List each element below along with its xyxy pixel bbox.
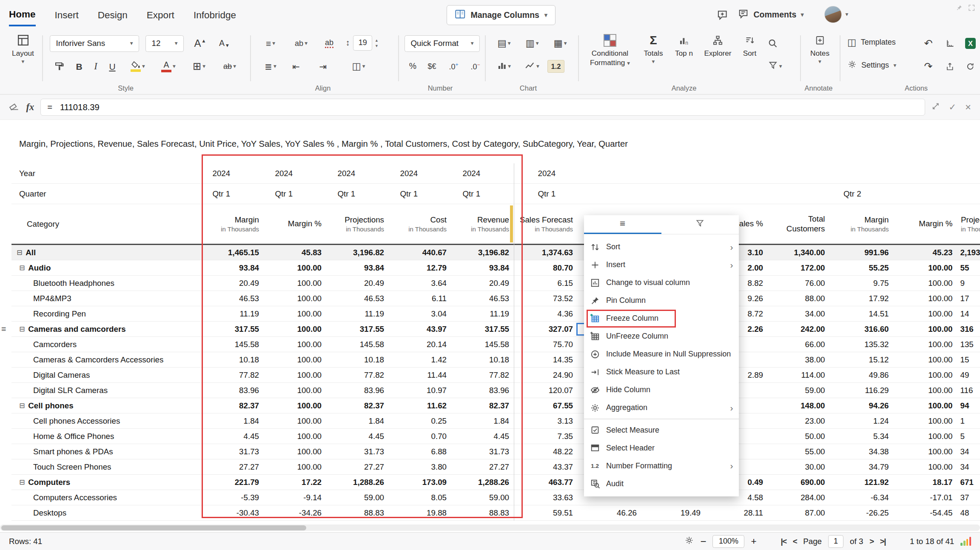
table-cell[interactable]: 116.29: [829, 386, 893, 395]
quarter-cell[interactable]: Qtr 1: [451, 189, 514, 199]
row-label[interactable]: Smart phones & PDAs: [11, 447, 201, 456]
table-cell[interactable]: 83.96: [326, 386, 389, 395]
table-cell[interactable]: 317.55: [326, 325, 389, 334]
settings-button[interactable]: Settings▾: [847, 60, 896, 71]
year-cell[interactable]: 2024: [326, 169, 389, 178]
table-cell[interactable]: 100.00: [264, 325, 326, 334]
refresh-button[interactable]: [961, 58, 980, 75]
table-cell[interactable]: 34.79: [829, 462, 893, 472]
table-cell[interactable]: 284.00: [768, 493, 830, 502]
table-cell[interactable]: 100.00: [893, 309, 957, 319]
table-cell[interactable]: -34.26: [264, 508, 326, 518]
borders-button[interactable]: ⊞▾: [186, 58, 212, 75]
year-cell[interactable]: 2024: [201, 169, 264, 178]
tab-design[interactable]: Design: [98, 3, 128, 26]
table-cell[interactable]: 38.00: [768, 355, 830, 365]
collapse-icon[interactable]: ⊟: [19, 402, 25, 410]
table-cell[interactable]: 6.15: [514, 279, 578, 288]
table-cell[interactable]: 100.00: [893, 370, 957, 380]
table-cell[interactable]: 463.77: [514, 478, 578, 487]
table-cell[interactable]: 20.49: [201, 279, 264, 288]
year-cell-merged[interactable]: 2024: [514, 169, 980, 178]
menu-item-unfreeze-column[interactable]: UnFreeze Column: [584, 328, 739, 345]
increase-indent-button[interactable]: ⇥: [314, 58, 332, 75]
table-cell[interactable]: 121.92: [829, 478, 893, 487]
underline-button[interactable]: U: [105, 58, 120, 75]
row-label[interactable]: Digital SLR Cameras: [11, 386, 201, 395]
table-cell[interactable]: 17.22: [264, 478, 326, 487]
table-cell[interactable]: 10.18: [326, 355, 389, 365]
table-cell[interactable]: 93.84: [451, 263, 514, 273]
decrease-font-button[interactable]: A▾: [213, 35, 235, 52]
menu-item-sort[interactable]: Sort›: [584, 238, 739, 256]
table-cell[interactable]: 11.19: [326, 309, 389, 319]
top-n-button[interactable]: n Top n: [670, 33, 698, 58]
table-cell[interactable]: 3.64: [389, 279, 451, 288]
table-cell[interactable]: 1.84: [201, 416, 264, 426]
table-cell[interactable]: 100.00: [264, 447, 326, 456]
table-cell[interactable]: 59.00: [326, 493, 389, 502]
table-cell[interactable]: 100.00: [264, 263, 326, 273]
table-cell[interactable]: 45.23: [893, 248, 957, 257]
table-cell[interactable]: 991.96: [829, 248, 893, 257]
table-cell[interactable]: 100.00: [264, 462, 326, 472]
column-header-projections[interactable]: Projectionsin Thousands: [326, 204, 389, 244]
table-cell[interactable]: 93.84: [201, 263, 264, 273]
table-cell[interactable]: 75.70: [514, 340, 578, 349]
table-cell[interactable]: 100.00: [264, 294, 326, 303]
table-cell[interactable]: 28.11: [705, 508, 768, 518]
vertical-align-button[interactable]: ≡▾: [258, 35, 283, 52]
zoom-out-button[interactable]: −: [700, 536, 706, 547]
row-height-value[interactable]: 19: [353, 35, 372, 51]
strikethrough-button[interactable]: ab▾: [217, 58, 242, 75]
ruler-button[interactable]: [940, 35, 960, 52]
table-cell[interactable]: 10.97: [389, 386, 451, 395]
collapse-icon[interactable]: ⊟: [17, 248, 23, 256]
menu-item-pin-column[interactable]: Pin Column: [584, 292, 739, 310]
table-cell[interactable]: 0.25: [389, 416, 451, 426]
table-cell[interactable]: 93.84: [326, 263, 389, 273]
menu-item-aggregation[interactable]: Aggregation›: [584, 399, 739, 417]
sort-button[interactable]: Sort: [738, 33, 762, 58]
row-label[interactable]: Cell phones Accessories: [11, 416, 201, 426]
column-header-projecti[interactable]: Projectiin Thous: [957, 204, 980, 244]
menu-item-select-measure[interactable]: Select Measure: [584, 421, 739, 439]
menu-item-hide-column[interactable]: Hide Column: [584, 381, 739, 399]
table-cell[interactable]: 34.38: [829, 447, 893, 456]
table-cell[interactable]: -26.25: [829, 508, 893, 518]
table-cell[interactable]: 11.19: [451, 309, 514, 319]
table-cell[interactable]: 34.00: [768, 309, 830, 319]
menu-item-stick-measure-to-last[interactable]: Stick Measure to Last: [584, 363, 739, 381]
column-header-margin[interactable]: Margin %: [264, 204, 326, 244]
bar-chart-button[interactable]: ▾: [491, 58, 517, 75]
table-cell[interactable]: 4.36: [514, 309, 578, 319]
row-drag-handle[interactable]: ≡: [1, 324, 6, 334]
table-cell[interactable]: 55.25: [829, 263, 893, 273]
table-cell[interactable]: 9: [957, 279, 980, 288]
table-cell[interactable]: 317.55: [451, 325, 514, 334]
table-cell[interactable]: 46.53: [451, 294, 514, 303]
table-cell[interactable]: 100.00: [893, 401, 957, 410]
column-header-cost[interactable]: Costin Thousands: [389, 204, 451, 244]
table-cell[interactable]: -30.43: [201, 508, 264, 518]
table-cell[interactable]: 1,288.26: [326, 478, 389, 487]
table-cell[interactable]: 100.00: [264, 386, 326, 395]
share-button[interactable]: [940, 58, 960, 75]
insert-rows-button[interactable]: ▤▾: [491, 35, 517, 52]
layout-button[interactable]: Layout ▾: [5, 33, 41, 65]
insert-columns-button[interactable]: ▥▾: [519, 35, 545, 52]
table-cell[interactable]: 55: [957, 263, 980, 273]
horizontal-align-button[interactable]: ≣▾: [258, 58, 283, 75]
table-cell[interactable]: 19.88: [389, 508, 451, 518]
table-cell[interactable]: 316.60: [829, 325, 893, 334]
table-cell[interactable]: 1: [957, 416, 980, 426]
table-cell[interactable]: 15.12: [829, 355, 893, 365]
page-input[interactable]: 1: [828, 535, 843, 548]
formula-input[interactable]: = 111018.39: [40, 99, 925, 116]
row-label[interactable]: ⊟Computers: [11, 478, 201, 487]
table-cell[interactable]: 145.58: [451, 340, 514, 349]
menu-item-number-formatting[interactable]: 1.2Number Formatting›: [584, 457, 739, 475]
quarter-cell[interactable]: Qtr 1: [326, 189, 389, 199]
table-cell[interactable]: 49: [957, 370, 980, 380]
table-cell[interactable]: 242.00: [768, 325, 830, 334]
